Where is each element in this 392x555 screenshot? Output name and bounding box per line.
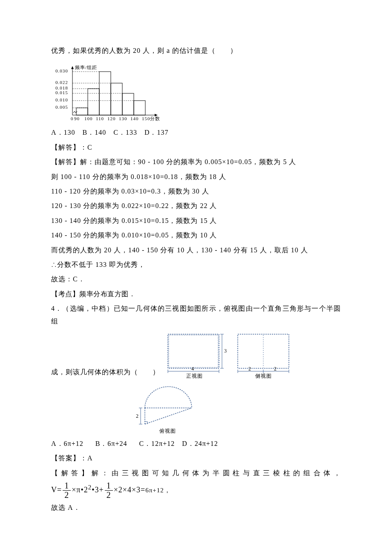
svg-text:110: 110: [96, 116, 104, 121]
svg-line-48: [145, 408, 192, 424]
svg-text:0.030: 0.030: [55, 68, 68, 73]
svg-text:0.010: 0.010: [55, 97, 68, 102]
svg-text:2: 2: [248, 366, 251, 372]
formula-tail: 6π+12，: [145, 487, 171, 494]
svg-rect-21: [134, 101, 145, 115]
svg-text:正视图: 正视图: [186, 373, 203, 379]
svg-rect-19: [111, 83, 122, 115]
svg-marker-1: [71, 66, 74, 69]
q3-stem: 优秀，如果优秀的人数为 20 人，则 a 的估计值是（ ）: [51, 44, 341, 57]
svg-rect-32: [168, 334, 219, 368]
q4-stem-part-a: 4．（选编，中档）已知一几何体的三视图如图所示，俯视图由一个直角三角形与一个半圆…: [51, 302, 341, 328]
q3-kaopoint: 【考点】频率分布直方图．: [51, 288, 341, 301]
q4-top-view: 2 俯视图: [132, 382, 341, 435]
q4-side-view: 2 2 侧视图: [231, 330, 295, 379]
fraction-2: 12: [105, 481, 113, 500]
formula-sup: 2: [88, 484, 92, 491]
q3-sol-3: 110 - 120 分的频率为 0.03×10=0.3，频数为 30 人: [51, 185, 341, 198]
q4-figure-row: 成，则该几何体的体积为（ ） 4 3 正视图: [51, 330, 341, 379]
formula-mid3: ×2×4×3=: [114, 486, 146, 494]
q4-formula: V=12×π•22•3+12×2×4×3=6π+12，: [51, 481, 341, 500]
q4-front-view: 4 3 正视图: [161, 330, 230, 379]
q3-sol-8: ∴分数不低于 133 即为优秀，: [51, 258, 341, 271]
svg-rect-20: [122, 93, 134, 115]
q3-sol-5: 130 - 140 分的频率为 0.015×10=0.15，频数为 15 人: [51, 214, 341, 227]
q3-histogram: 0.030 0.022 0.018 0.015 0.010 0.005 0 9: [51, 60, 341, 124]
svg-text:4: 4: [191, 366, 194, 372]
svg-text:0.022: 0.022: [55, 80, 68, 85]
q3-sol-9: 故选：C．: [51, 273, 341, 286]
q4-choices: A．6π+12 B．6π+24 C．12π+12 D．24π+12: [51, 437, 341, 450]
svg-text:3: 3: [224, 348, 227, 354]
q4-answer-label: 【答案】：A: [51, 452, 341, 465]
q3-sol-6: 140 - 150 分的频率为 0.010×10=0.05，频数为 10 人: [51, 229, 341, 242]
svg-text:90: 90: [74, 116, 80, 121]
svg-text:2: 2: [274, 366, 277, 372]
q3-choices: A．130 B．140 C．133 D．137: [51, 126, 341, 139]
q4-sol-intro: 【解答】解：由三视图可知几何体为半圆柱与直三棱柱的组合体，: [51, 467, 341, 480]
svg-text:150: 150: [142, 116, 150, 121]
document-page: 优秀，如果优秀的人数为 20 人，则 a 的估计值是（ ） 0.030 0.02…: [0, 0, 392, 555]
svg-text:2: 2: [136, 413, 139, 419]
q3-sol-2: 则 100 - 110 分的频率为 0.018×10=0.18，频数为 18 人: [51, 171, 341, 183]
formula-mid2: •3+: [92, 486, 104, 494]
q3-sol-7: 而优秀的人数为 20 人，140 - 150 分有 10 人，130 - 140…: [51, 244, 341, 257]
svg-text:0.015: 0.015: [55, 90, 68, 95]
formula-mid1: ×π•2: [72, 486, 88, 494]
svg-text:分数: 分数: [150, 116, 160, 121]
svg-text:140: 140: [130, 116, 139, 121]
q3-answer-label: 【解答】：C: [51, 141, 341, 154]
formula-prefix: V=: [51, 486, 62, 494]
svg-text:频率/组距: 频率/组距: [75, 65, 97, 70]
svg-text:0.005: 0.005: [55, 104, 68, 110]
svg-rect-33: [169, 335, 218, 367]
svg-text:0: 0: [71, 116, 74, 121]
svg-rect-16: [76, 108, 88, 115]
fraction-1: 12: [63, 481, 71, 500]
q4-stem-part-b: 成，则该几何体的体积为（ ）: [51, 366, 160, 379]
q4-sol-end: 故选 A．: [51, 501, 341, 514]
q3-sol-1: 【解答】解：由题意可知：90 - 100 分的频率为 0.005×10=0.05…: [51, 156, 341, 168]
svg-rect-17: [88, 89, 99, 115]
svg-text:130: 130: [119, 116, 127, 121]
svg-text:100: 100: [84, 116, 93, 121]
q3-sol-4: 120 - 130 分的频率为 0.022×10=0.22，频数为 22 人: [51, 199, 341, 212]
svg-text:120: 120: [107, 116, 116, 121]
svg-text:侧视图: 侧视图: [255, 373, 272, 379]
svg-text:俯视图: 俯视图: [159, 428, 176, 434]
